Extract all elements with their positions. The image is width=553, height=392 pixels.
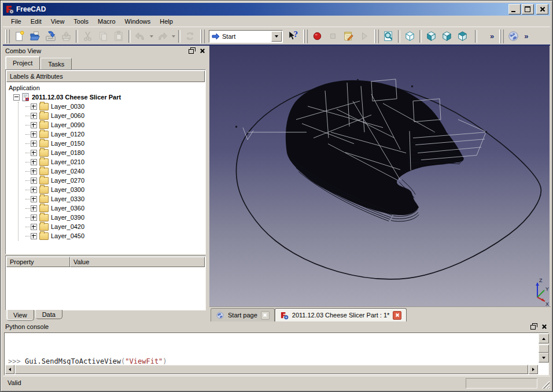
toolbar-handle[interactable] (5, 29, 10, 43)
expand-icon[interactable] (31, 233, 37, 239)
expand-icon[interactable] (31, 159, 37, 165)
tree-layer-item[interactable]: Layer_0420 (6, 222, 205, 231)
paste-button[interactable] (111, 29, 127, 44)
tree-layer-item[interactable]: Layer_0240 (6, 167, 205, 176)
cut-button[interactable] (80, 29, 95, 44)
menu-item[interactable]: Tools (69, 17, 93, 26)
tab-cheese-slicer-document[interactable]: 2011.12.03 Cheese Slicer Part : 1* (275, 308, 407, 321)
undo-dropdown[interactable] (148, 29, 154, 44)
view-front-button[interactable] (423, 29, 439, 44)
collapse-icon[interactable] (13, 94, 20, 101)
console-vertical-scrollbar[interactable] (539, 334, 548, 363)
minimize-button[interactable] (508, 4, 521, 14)
expand-icon[interactable] (31, 215, 37, 221)
macro-edit-button[interactable] (341, 29, 356, 44)
redo-dropdown[interactable] (170, 29, 176, 44)
python-console-output[interactable]: >>> Gui.SendMsgToActiveView("ViewFit") >… (4, 332, 549, 375)
tab-project[interactable]: Project (5, 56, 40, 69)
menu-item[interactable]: Help (155, 17, 178, 26)
web-browser-button[interactable] (506, 29, 521, 44)
tree-document[interactable]: 2011.12.03 Cheese Slicer Part (6, 93, 205, 102)
expand-icon[interactable] (31, 103, 37, 110)
menu-item[interactable]: Edit (26, 17, 46, 26)
view-right-button[interactable] (439, 29, 455, 44)
expand-icon[interactable] (31, 187, 37, 193)
macro-record-button[interactable] (309, 29, 325, 44)
tree-root[interactable]: Application (6, 83, 205, 93)
toolbar-handle[interactable] (374, 29, 379, 43)
open-button[interactable] (27, 29, 43, 44)
close-tab-icon[interactable] (261, 311, 270, 320)
copy-button[interactable] (95, 29, 111, 44)
tree-layer-item[interactable]: Layer_0450 (6, 231, 205, 241)
tab-data[interactable]: Data (35, 310, 62, 319)
workbench-dropdown-button[interactable] (271, 31, 282, 42)
tree-layer-item[interactable]: Layer_0090 (6, 120, 205, 130)
tree-layer-item[interactable]: Layer_0210 (6, 157, 205, 167)
whats-this-button[interactable]: ? (285, 29, 301, 44)
expand-icon[interactable] (31, 196, 37, 202)
expand-icon[interactable] (31, 177, 37, 184)
menu-item[interactable]: Macro (93, 17, 120, 26)
tree-layer-item[interactable]: Layer_0120 (6, 130, 205, 139)
scroll-down-icon[interactable] (539, 353, 549, 363)
column-property[interactable]: Property (6, 257, 70, 267)
menu-item[interactable]: View (46, 17, 69, 26)
toolbar-overflow-chevron[interactable]: » (521, 32, 531, 40)
resize-grip[interactable] (542, 381, 550, 389)
toolbar-handle[interactable] (303, 29, 308, 43)
tree-layer-item[interactable]: Layer_0390 (6, 213, 205, 222)
tree-layer-item[interactable]: Layer_0030 (6, 102, 205, 111)
expand-icon[interactable] (31, 150, 37, 156)
tab-start-page[interactable]: Start page (211, 308, 275, 321)
scroll-up-icon[interactable] (539, 334, 549, 343)
expand-icon[interactable] (31, 122, 37, 128)
scroll-left-icon[interactable] (5, 365, 14, 374)
scrollbar-thumb[interactable] (539, 345, 549, 353)
expand-icon[interactable] (31, 224, 37, 230)
close-panel-icon[interactable] (198, 47, 206, 54)
tab-view[interactable]: View (6, 310, 34, 321)
close-tab-icon[interactable] (393, 311, 401, 320)
workbench-selector[interactable]: Start (209, 30, 283, 43)
tree-layer-item[interactable]: Layer_0270 (6, 176, 205, 185)
tab-tasks[interactable]: Tasks (40, 58, 72, 69)
menu-item[interactable]: File (6, 17, 26, 26)
expand-icon[interactable] (31, 131, 37, 138)
macro-stop-button[interactable] (325, 29, 341, 44)
print-button[interactable] (58, 29, 74, 44)
expand-icon[interactable] (31, 113, 37, 119)
refresh-button[interactable] (182, 29, 198, 44)
undo-button[interactable] (132, 29, 148, 44)
toolbar-handle[interactable] (499, 29, 504, 43)
macro-play-button[interactable] (356, 29, 372, 44)
float-panel-icon[interactable] (530, 323, 537, 330)
console-horizontal-scrollbar[interactable] (5, 365, 538, 374)
scrollbar-thumb[interactable] (15, 365, 528, 374)
expand-icon[interactable] (31, 168, 37, 175)
tree-layer-item[interactable]: Layer_0060 (6, 111, 205, 120)
expand-icon[interactable] (31, 205, 37, 212)
tree-layer-item[interactable]: Layer_0360 (6, 204, 205, 213)
close-panel-icon[interactable] (540, 323, 548, 330)
column-value[interactable]: Value (70, 257, 205, 267)
maximize-button[interactable] (522, 4, 534, 14)
toolbar-handle[interactable] (200, 29, 205, 43)
redo-button[interactable] (154, 29, 170, 44)
view-fit-all-button[interactable] (381, 29, 396, 44)
expand-icon[interactable] (31, 140, 37, 147)
tree-layer-item[interactable]: Layer_0150 (6, 139, 205, 148)
tree-layer-item[interactable]: Layer_0180 (6, 148, 205, 157)
view-axonometric-button[interactable] (402, 29, 418, 44)
close-button[interactable] (536, 4, 548, 14)
new-document-button[interactable] (12, 29, 27, 44)
tree-layer-item[interactable]: Layer_0330 (6, 194, 205, 204)
scroll-right-icon[interactable] (529, 365, 538, 374)
view-top-button[interactable] (455, 29, 470, 44)
model-tree[interactable]: Application 2011.12.03 Cheese Slicer Par… (6, 82, 205, 253)
3d-viewport[interactable]: Z Y X (209, 46, 550, 306)
toolbar-overflow-chevron[interactable]: » (487, 32, 497, 40)
menu-item[interactable]: Windows (120, 17, 156, 26)
float-panel-icon[interactable] (188, 47, 196, 54)
tree-layer-item[interactable]: Layer_0300 (6, 185, 205, 194)
